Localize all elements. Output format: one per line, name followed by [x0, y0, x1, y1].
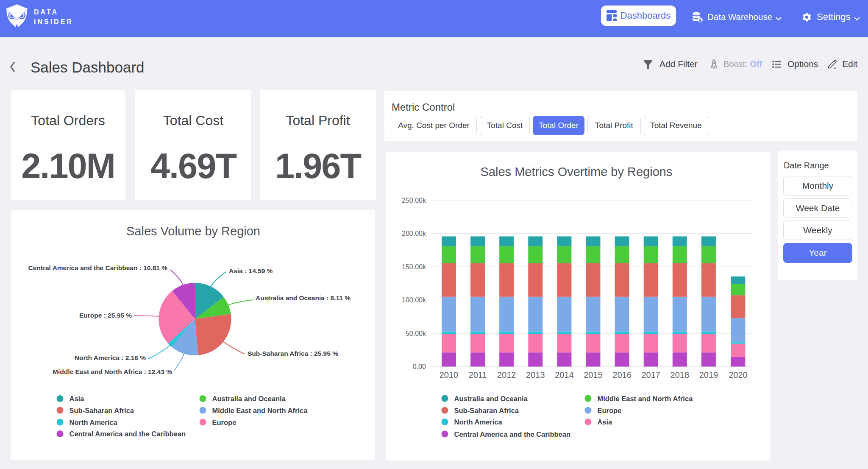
svg-text:Sales Metrics Overtime by Regi: Sales Metrics Overtime by Regions: [481, 165, 673, 179]
svg-text:2018: 2018: [670, 370, 690, 380]
svg-text:Asia: Asia: [597, 418, 612, 426]
svg-text:North America: North America: [70, 419, 118, 426]
svg-text:2014: 2014: [555, 370, 574, 380]
svg-text:Europe: Europe: [212, 419, 236, 426]
svg-text:2016: 2016: [612, 370, 632, 380]
svg-text:2020: 2020: [729, 370, 748, 380]
svg-text:2017: 2017: [641, 370, 660, 380]
svg-text:Central America and the Caribb: Central America and the Caribbean: [70, 430, 186, 438]
svg-text:100.00k: 100.00k: [402, 296, 426, 304]
svg-text:2012: 2012: [497, 370, 516, 380]
svg-text:Middle East and North Africa: Middle East and North Africa: [597, 395, 693, 402]
svg-text:2013: 2013: [526, 370, 545, 380]
svg-text:North America : 2.16 %: North America : 2.16 %: [75, 354, 146, 361]
svg-text:Sub-Saharan Africa: Sub-Saharan Africa: [454, 407, 519, 414]
svg-text:250.00k: 250.00k: [402, 197, 426, 204]
svg-text:Australia and Oceania: Australia and Oceania: [454, 395, 528, 402]
svg-text:Australia and Oceania : 8.11 %: Australia and Oceania : 8.11 %: [256, 294, 351, 302]
svg-text:2019: 2019: [699, 370, 718, 380]
svg-text:Middle East and North Africa :: Middle East and North Africa : 12.43 %: [53, 368, 172, 375]
svg-text:Sub-Saharan Africa: Sub-Saharan Africa: [70, 407, 134, 414]
svg-text:Sub-Saharan Africa : 25.95 %: Sub-Saharan Africa : 25.95 %: [248, 350, 338, 357]
svg-text:Asia: Asia: [70, 395, 85, 402]
svg-text:North America: North America: [454, 418, 503, 426]
svg-text:0.00: 0.00: [413, 363, 426, 370]
svg-text:Europe : 25.95 %: Europe : 25.95 %: [79, 312, 132, 319]
svg-text:Middle East and North Africa: Middle East and North Africa: [212, 407, 308, 414]
svg-text:Central America and the Caribb: Central America and the Caribbean: [454, 430, 570, 438]
svg-text:Australia and Oceania: Australia and Oceania: [212, 395, 286, 402]
svg-text:Europe: Europe: [597, 407, 621, 414]
svg-text:50.00k: 50.00k: [406, 330, 426, 337]
svg-text:150.00k: 150.00k: [402, 263, 426, 271]
svg-text:Asia : 14.59 %: Asia : 14.59 %: [229, 267, 273, 274]
svg-text:200.00k: 200.00k: [402, 230, 426, 237]
svg-text:Sales Volume by Region: Sales Volume by Region: [126, 224, 260, 238]
svg-text:Central America and the Caribb: Central America and the Caribbean : 10.8…: [28, 264, 168, 271]
svg-text:2015: 2015: [584, 370, 603, 380]
svg-text:2011: 2011: [469, 370, 487, 380]
svg-text:2010: 2010: [440, 370, 459, 380]
